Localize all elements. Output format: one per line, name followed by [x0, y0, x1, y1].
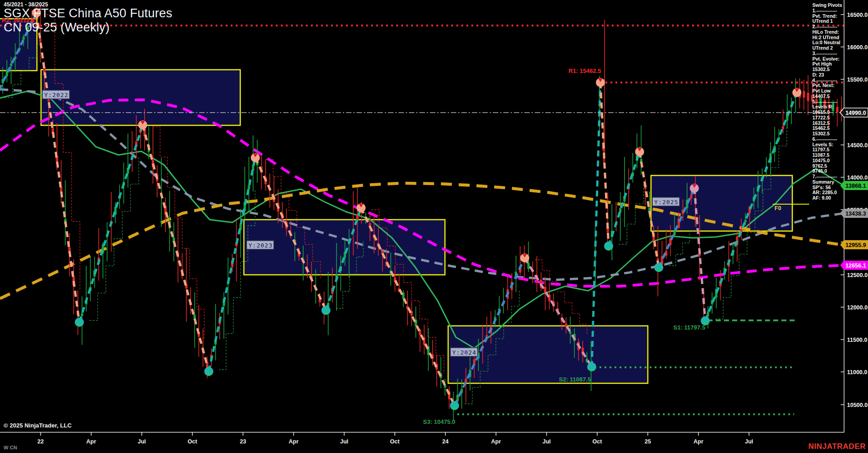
time-tick-label: Jul: [340, 438, 348, 445]
price-tick-label: 11500.0: [847, 337, 868, 343]
zigzag-leg[interactable]: [592, 82, 600, 367]
year-box-label: Y:2024: [452, 349, 476, 356]
time-tick-label: Jul: [138, 438, 146, 445]
price-tick-label: 12000.0: [847, 304, 868, 311]
stop-steps-green: [89, 157, 139, 320]
candle-body: [10, 64, 12, 67]
candle-body: [569, 331, 571, 334]
level-label-S2: S2: 11087.5: [559, 376, 591, 383]
panel-line: Swing Pivots: [812, 3, 843, 8]
panel-line: 1.-------------: [812, 8, 843, 14]
price-tick-label: 14000.0: [847, 175, 868, 181]
panel-line: HiLo Trend:: [812, 30, 843, 35]
time-tick-label: Oct: [593, 438, 603, 445]
price-tick-label: 15500.0: [847, 77, 868, 83]
series-tag-label: W CN: [4, 445, 17, 450]
chart-canvas[interactable]: R2: 16312.5R1: 15462.5S1: 11797.5S2: 110…: [0, 0, 868, 453]
price-badge-label: 12656.1: [845, 263, 866, 269]
candle-body: [744, 220, 747, 222]
candle-body: [465, 379, 467, 382]
panel-line: 2.-------------: [812, 24, 843, 30]
price-tick-label: 16000.0: [847, 44, 868, 51]
price-tick-label: 11000.0: [847, 369, 868, 376]
price-tick-label: 12500.0: [847, 272, 868, 278]
time-tick-label: 22: [37, 438, 44, 445]
stop-steps-green: [619, 184, 644, 244]
price-tick-label: 10500.0: [847, 402, 868, 408]
time-tick-label: 23: [240, 438, 246, 445]
stop-steps-red: [535, 260, 587, 335]
stop-steps-green: [219, 190, 255, 370]
time-tick-label: Apr: [693, 438, 703, 445]
level-label-S3: S3: 10475.0: [423, 418, 455, 425]
panel-line: 14407.5: [812, 94, 843, 99]
panel-line: 7.-------------: [812, 174, 843, 180]
time-tick-label: Jul: [745, 438, 753, 445]
price-badge-label: 13868.1: [845, 183, 866, 189]
year-box-label: Y:2025: [654, 199, 678, 206]
time-tick-label: 24: [442, 438, 449, 445]
panel-line: 3.-------------: [812, 51, 843, 57]
chart-window: R2: 16312.5R1: 15462.5S1: 11797.5S2: 110…: [0, 0, 868, 453]
candle-body: [807, 93, 809, 101]
price-badge-label: 12955.9: [845, 242, 866, 248]
panel-line: Pvt Low: [812, 88, 843, 94]
price-tick-label: 16500.0: [847, 12, 868, 18]
zigzag-leg[interactable]: [79, 125, 143, 322]
panel-line: 19615.0: [812, 110, 843, 115]
fib-f0-label: F0: [775, 205, 781, 211]
level-label-R2: R2: 16312.5: [2, 17, 35, 24]
year-box[interactable]: [0, 19, 37, 71]
panel-line: 15302.5: [812, 67, 843, 72]
panel-line: AF: 9.00: [812, 196, 843, 201]
time-tick-label: Jul: [542, 438, 551, 445]
panel-line: 17722.5: [812, 115, 843, 121]
time-tick-label: Oct: [188, 438, 198, 445]
year-box-label: Y:2023: [248, 242, 273, 249]
candle-body: [22, 36, 25, 39]
candle-body: [60, 187, 62, 191]
level-label-R1: R1: 15462.5: [568, 67, 601, 74]
candle-body: [690, 195, 692, 198]
time-tick-label: 25: [645, 438, 651, 445]
year-box[interactable]: [41, 70, 240, 125]
candle-body: [248, 185, 250, 190]
time-tick-label: Apr: [86, 438, 96, 445]
price-tick-label: 14500.0: [847, 142, 868, 149]
stop-steps-red: [46, 15, 80, 290]
price-badge-label: 14990.0: [845, 110, 866, 116]
time-tick-label: Apr: [491, 438, 501, 445]
candle-body: [673, 231, 676, 235]
year-box-label: Y:2022: [44, 92, 68, 98]
panel-line: 6.-------------: [812, 137, 843, 142]
zigzag-leg[interactable]: [36, 13, 79, 322]
zigzag-leg[interactable]: [143, 125, 209, 371]
stop-steps-red: [153, 127, 204, 340]
panel-line: 10475.0: [812, 158, 843, 164]
time-tick-label: Apr: [289, 438, 299, 445]
level-label-S1: S1: 11797.5: [673, 324, 705, 331]
candle-body: [527, 263, 530, 269]
panel-line: 15302.5: [812, 131, 843, 137]
candle-body: [81, 314, 83, 316]
candle-body: [803, 91, 805, 98]
panel-line: Summary: [812, 180, 843, 185]
ninjatrader-logo: NINJATRADER: [808, 442, 866, 451]
copyright-label: © 2025 NinjaTrader, LLC: [4, 422, 72, 429]
panel-line: 11087.5: [812, 153, 843, 158]
time-tick-label: Oct: [390, 438, 400, 445]
panel-line: UTrend 2: [812, 46, 843, 51]
panel-line: D: 23: [812, 72, 843, 78]
candle-body: [39, 39, 41, 41]
price-badge-label: 13438.3: [845, 211, 866, 217]
candle-body: [782, 126, 784, 129]
swing-pivots-panel: Swing Pivots1.-------------Pvt. Trend:UT…: [812, 3, 843, 201]
